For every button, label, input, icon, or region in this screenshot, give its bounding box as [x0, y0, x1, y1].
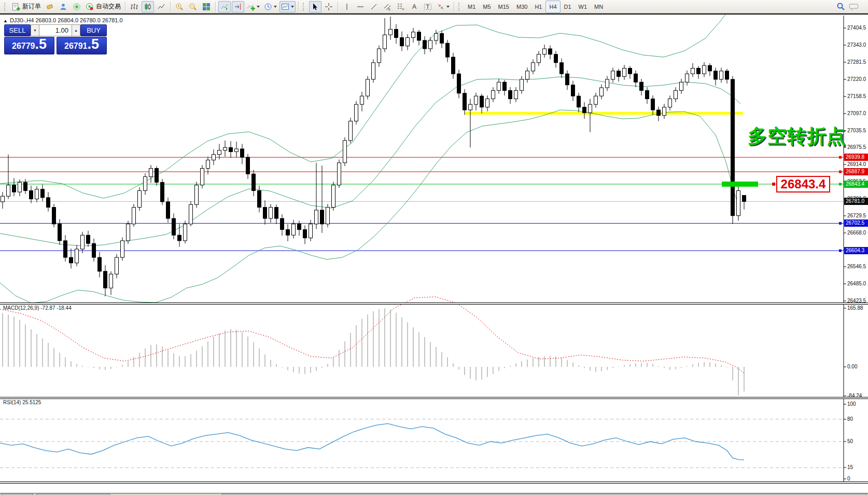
volume-increase-button[interactable]: ▲ — [72, 24, 80, 36]
zoom-in-button[interactable] — [173, 1, 186, 12]
collapse-panel-arrow[interactable]: ▲ — [3, 18, 8, 23]
bar-chart-icon — [130, 3, 138, 11]
svg-text:A: A — [412, 3, 416, 10]
macd-indicator-label: MACD(12,26,9) -72.87 -18.44 — [3, 305, 72, 311]
timeframe-button-MN[interactable]: MN — [591, 1, 607, 13]
timeframe-button-M1[interactable]: M1 — [464, 1, 479, 13]
timeframe-button-D1[interactable]: D1 — [561, 1, 575, 13]
chart-canvas — [0, 15, 868, 495]
sell-button[interactable]: SELL — [4, 24, 31, 36]
timeframe-button-M30[interactable]: M30 — [513, 1, 531, 13]
price-level-label: 26702.5 — [844, 219, 868, 227]
sell-price-button[interactable]: 26779.5 — [4, 37, 54, 54]
price-tick-label: 27158.5 — [847, 93, 866, 99]
horizontal-line-button[interactable] — [354, 1, 367, 12]
chat-bubble-icon — [849, 3, 859, 11]
price-level-label: 26887.9 — [844, 168, 868, 175]
candlestick-chart-icon — [144, 3, 152, 11]
timeframe-toolbar: M1M5M15M30H1H4D1W1MN — [464, 1, 607, 13]
toolbar-grip[interactable] — [458, 3, 462, 11]
signals-button[interactable] — [71, 1, 83, 12]
crosshair-button[interactable] — [323, 1, 335, 12]
profile-icon — [59, 3, 67, 11]
profile-button[interactable] — [57, 1, 69, 12]
vertical-line-button[interactable] — [341, 1, 353, 12]
timeframe-button-M5[interactable]: M5 — [479, 1, 494, 13]
bar-chart-button[interactable] — [128, 1, 141, 12]
eraser-button[interactable] — [44, 1, 56, 12]
price-callout-box: 26843.4 — [776, 176, 830, 192]
price-tick-label: 26546.5 — [847, 264, 866, 269]
fibonacci-button[interactable]: F — [395, 1, 407, 12]
toolbar-separator — [125, 2, 125, 12]
window-tab-strip — [0, 493, 868, 495]
rsi-axis-label: 0 — [847, 476, 850, 482]
arrows-button[interactable] — [435, 1, 451, 12]
rsi-axis-label: 50 — [847, 438, 853, 444]
zoom-out-button[interactable] — [187, 1, 199, 12]
timeframe-button-H1[interactable]: H1 — [531, 1, 545, 13]
price-tick-label: 26975.5 — [847, 144, 866, 150]
autotrade-button[interactable]: 自动交易 — [84, 1, 122, 12]
buy-button[interactable]: BUY — [80, 24, 107, 36]
one-click-trade-panel: SELL ▼ 1.00 ▲ BUY 26779.5 26791.5 — [4, 24, 108, 54]
chevron-down-icon — [291, 6, 294, 8]
chevron-down-icon — [257, 6, 260, 8]
cursor-icon — [311, 3, 319, 11]
buy-price-button[interactable]: 26791.5 — [57, 37, 107, 54]
toolbar-separator — [170, 2, 171, 12]
price-tick-label: 27343.0 — [847, 42, 866, 48]
chat-button[interactable] — [848, 1, 860, 12]
svg-text:T: T — [426, 4, 430, 10]
periods-button[interactable] — [262, 1, 278, 12]
timeframe-button-M15[interactable]: M15 — [495, 1, 513, 13]
indicators-button[interactable] — [245, 1, 261, 12]
tile-windows-button[interactable] — [200, 1, 213, 12]
price-tick-label: 26485.0 — [847, 281, 866, 286]
price-tick-label: 27281.5 — [847, 59, 866, 65]
chart-shift-button[interactable] — [232, 1, 244, 12]
new-order-button[interactable]: 新订单 — [10, 1, 43, 12]
chart-shift-icon — [234, 3, 242, 11]
price-tick-label: 27097.0 — [847, 111, 866, 116]
templates-icon — [281, 3, 289, 11]
panel-separator[interactable] — [0, 397, 868, 399]
toolbar-grip[interactable] — [303, 3, 306, 11]
fibonacci-icon: F — [397, 3, 405, 11]
trendline-icon — [370, 3, 378, 11]
auto-scroll-button[interactable] — [218, 1, 231, 12]
timeframe-button-H4[interactable]: H4 — [545, 1, 560, 13]
candlestick-chart-button[interactable] — [142, 1, 154, 12]
chevron-down-icon — [274, 6, 277, 8]
line-chart-icon — [157, 3, 165, 11]
panel-separator[interactable] — [0, 302, 868, 305]
volume-input[interactable]: 1.00 — [39, 24, 72, 36]
rsi-indicator-label: RSI(14) 25.5125 — [3, 400, 41, 405]
cursor-button[interactable] — [309, 1, 321, 12]
search-button[interactable] — [834, 1, 847, 12]
toolbar-right-group — [834, 1, 866, 12]
line-chart-button[interactable] — [155, 1, 167, 12]
macd-axis-label: 0.00 — [847, 364, 857, 369]
chart-window[interactable]: ▲DJ30-,H4 26803.0 26804.0 26780.0 26781.… — [0, 13, 868, 495]
toolbar-grip[interactable] — [4, 3, 8, 11]
templates-button[interactable] — [279, 1, 296, 12]
toolbar: 新订单 自动交易 — [0, 0, 868, 13]
signals-icon — [73, 3, 81, 11]
volume-decrease-button[interactable]: ▼ — [31, 24, 39, 36]
text-label-button[interactable]: T — [422, 1, 434, 12]
channel-button[interactable]: E — [381, 1, 394, 12]
tile-windows-icon — [202, 3, 211, 11]
price-tick-label: 26729.5 — [847, 213, 866, 218]
text-button[interactable]: A — [408, 1, 421, 12]
zoom-in-icon — [175, 3, 184, 11]
price-tick-label: 27035.5 — [847, 128, 866, 133]
trendline-button[interactable] — [368, 1, 380, 12]
sell-price-fraction: .5 — [35, 37, 47, 51]
toolbar-separator — [298, 2, 299, 12]
timeframe-button-W1[interactable]: W1 — [575, 1, 591, 13]
rsi-axis-label: 100 — [847, 401, 856, 407]
toolbar-separator — [338, 2, 338, 12]
price-level-label: 26604.3 — [844, 247, 868, 254]
price-level-label: 26939.8 — [844, 154, 868, 161]
